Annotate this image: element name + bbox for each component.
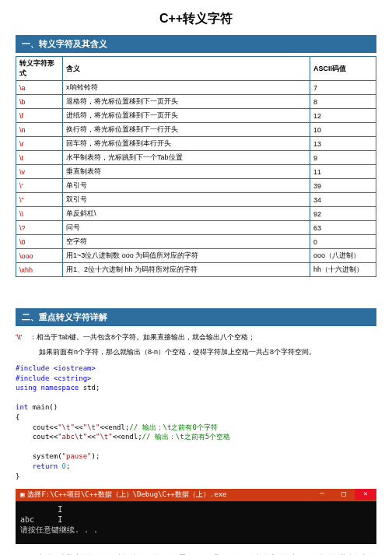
cell-ascii: ooo（八进制） (310, 249, 376, 263)
code-example-1: #include <iostream> #include <cstring> u… (16, 359, 376, 486)
cell-ascii: 34 (310, 193, 376, 207)
cell-meaning: 双引号 (63, 193, 310, 207)
desc-t-line1: '\t'：相当于Tab键。一共包含8个字符。如果直接输出，就会输出八个空格； (16, 329, 376, 344)
table-row: \?问号63 (16, 221, 376, 235)
table-row: \f进纸符，将光标位置移到下一页开头12 (16, 109, 376, 123)
cell-meaning: 用1、2位十六进制 hh 为码符所对应的字符 (63, 263, 310, 277)
desc-b-line: '\b'：相当于电脑上的左移箭。光标往前移动一个位置，但是不删除，如果有新的字符… (16, 550, 376, 555)
cell-form: \ooo (16, 249, 63, 263)
table-row: \\单反斜杠\92 (16, 207, 376, 221)
cell-form: \b (16, 95, 63, 109)
cell-form: \a (16, 81, 63, 95)
cell-ascii: 8 (310, 95, 376, 109)
section1-header: 一、转义字符及其含义 (16, 35, 376, 53)
table-header-row: 转义字符形式 含义 ASCII码值 (16, 57, 376, 81)
col-form: 转义字符形式 (16, 57, 63, 81)
table-row: \b退格符，将光标位置移到下一页开头8 (16, 95, 376, 109)
page-title: C++转义字符 (16, 0, 376, 35)
cell-ascii: 10 (310, 123, 376, 137)
cell-ascii: 39 (310, 179, 376, 193)
table-row: \'单引号39 (16, 179, 376, 193)
table-row: \t水平制表符，光标跳到下一个Tab位置9 (16, 151, 376, 165)
table-row: \0空字符0 (16, 235, 376, 249)
col-ascii: ASCII码值 (310, 57, 376, 81)
cell-meaning: 单引号 (63, 179, 310, 193)
cell-form: \v (16, 165, 63, 179)
cell-meaning: 单反斜杠\ (63, 207, 310, 221)
cell-ascii: 63 (310, 221, 376, 235)
cell-ascii: 92 (310, 207, 376, 221)
table-row: \n换行符，将光标位置移到下一行开头10 (16, 123, 376, 137)
desc-t-text1: ：相当于Tab键。一共包含8个字符。如果直接输出，就会输出八个空格； (30, 333, 255, 341)
cell-form: \" (16, 193, 63, 207)
console-window: ▣ 选择F:\C++项目\C++数据（上）\Debug\C++数据（上）.exe… (16, 489, 376, 544)
section2-header: 二、重点转义字符详解 (16, 308, 376, 326)
minimize-button[interactable]: ─ (311, 489, 333, 500)
cell-meaning: 垂直制表符 (63, 165, 310, 179)
cell-form: \? (16, 221, 63, 235)
cell-meaning: 用1~3位八进制数 ooo 为码值所对应的字符 (63, 249, 310, 263)
console-output: I abc I 请按任意键继续. . . (16, 501, 376, 544)
cell-meaning: 水平制表符，光标跳到下一个Tab位置 (63, 151, 310, 165)
cell-form: \t (16, 151, 63, 165)
console-title-text: 选择F:\C++项目\C++数据（上）\Debug\C++数据（上）.exe (27, 490, 226, 500)
cell-meaning: 退格符，将光标位置移到下一页开头 (63, 95, 310, 109)
cell-ascii: 11 (310, 165, 376, 179)
cell-meaning: 回车符，将光标位置移到本行开头 (63, 137, 310, 151)
cell-ascii: 7 (310, 81, 376, 95)
maximize-button[interactable]: □ (333, 489, 355, 500)
table-row: \xhh用1、2位十六进制 hh 为码符所对应的字符hh（十六进制） (16, 263, 376, 277)
col-meaning: 含义 (63, 57, 310, 81)
cell-meaning: 问号 (63, 221, 310, 235)
table-row: \r回车符，将光标位置移到本行开头13 (16, 137, 376, 151)
cell-form: \\ (16, 207, 63, 221)
cell-form: \f (16, 109, 63, 123)
cell-meaning: x响铃铃符 (63, 81, 310, 95)
console-icon: ▣ (20, 490, 24, 500)
cell-ascii: 12 (310, 109, 376, 123)
close-button[interactable]: × (355, 489, 376, 500)
cell-meaning: 换行符，将光标位置移到下一行开头 (63, 123, 310, 137)
cell-ascii: hh（十六进制） (310, 263, 376, 277)
esc-t: '\t' (16, 333, 22, 341)
table-row: \ax响铃铃符7 (16, 81, 376, 95)
cell-meaning: 进纸符，将光标位置移到下一页开头 (63, 109, 310, 123)
cell-ascii: 13 (310, 137, 376, 151)
table-row: \ooo用1~3位八进制数 ooo 为码值所对应的字符ooo（八进制） (16, 249, 376, 263)
cell-ascii: 9 (310, 151, 376, 165)
table-row: \v垂直制表符11 (16, 165, 376, 179)
cell-form: \n (16, 123, 63, 137)
cell-ascii: 0 (310, 235, 376, 249)
cell-form: \' (16, 179, 63, 193)
desc-t-line2: 如果前面有n个字符，那么就输出（8-n）个空格，使得字符加上空格一共占8个字符空… (16, 344, 376, 359)
table-row: \"双引号34 (16, 193, 376, 207)
cell-form: \r (16, 137, 63, 151)
escape-char-table: 转义字符形式 含义 ASCII码值 \ax响铃铃符7\b退格符，将光标位置移到下… (16, 56, 376, 277)
cell-form: \0 (16, 235, 63, 249)
cell-form: \xhh (16, 263, 63, 277)
cell-meaning: 空字符 (63, 235, 310, 249)
